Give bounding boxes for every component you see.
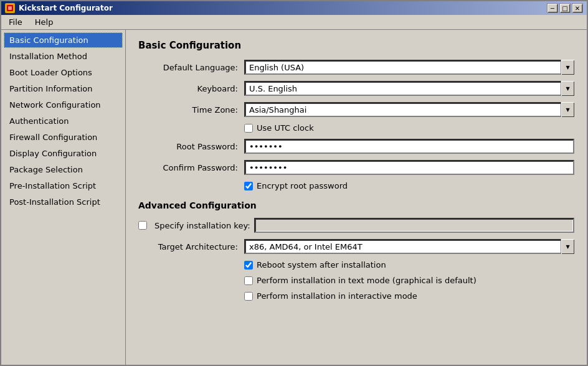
sidebar-item-basic-configuration[interactable]: Basic Configuration — [4, 32, 123, 48]
sidebar-item-installation-method[interactable]: Installation Method — [4, 49, 123, 64]
timezone-wrapper: Asia/Shanghai ▼ — [244, 102, 574, 117]
utc-clock-row: Use UTC clock — [138, 123, 574, 133]
minimize-button[interactable]: − — [547, 3, 558, 13]
confirm-password-label: Confirm Password: — [138, 163, 244, 172]
basic-config-title: Basic Configuration — [138, 40, 574, 51]
title-bar-buttons: − □ ✕ — [547, 3, 583, 13]
menu-bar: File Help — [1, 15, 587, 30]
keyboard-wrapper: U.S. English ▼ — [244, 81, 574, 96]
app-icon — [5, 3, 15, 13]
sidebar-item-boot-loader-options[interactable]: Boot Loader Options — [4, 65, 123, 80]
target-arch-wrapper: x86, AMD64, or Intel EM64T ▼ — [244, 239, 574, 254]
specify-key-row: Specify installation key: — [138, 218, 574, 233]
utc-clock-label[interactable]: Use UTC clock — [257, 123, 314, 133]
menu-file[interactable]: File — [4, 16, 27, 28]
sidebar-item-pre-installation-script[interactable]: Pre-Installation Script — [4, 178, 123, 194]
target-arch-label: Target Architecture: — [138, 242, 244, 251]
specify-key-label: Specify installation key: — [154, 221, 254, 230]
timezone-row: Time Zone: Asia/Shanghai ▼ — [138, 102, 574, 117]
keyboard-row: Keyboard: U.S. English ▼ — [138, 81, 574, 96]
timezone-select[interactable]: Asia/Shanghai — [244, 102, 574, 117]
target-arch-row: Target Architecture: x86, AMD64, or Inte… — [138, 239, 574, 254]
svg-rect-1 — [8, 6, 12, 10]
maximize-button[interactable]: □ — [559, 3, 571, 13]
title-bar-left: Kickstart Configurator — [5, 3, 113, 13]
keyboard-label: Keyboard: — [138, 84, 244, 93]
root-password-row: Root Password: — [138, 139, 574, 154]
sidebar-item-network-configuration[interactable]: Network Configuration — [4, 97, 123, 113]
utc-clock-checkbox[interactable] — [244, 124, 253, 133]
confirm-password-input[interactable] — [244, 160, 574, 175]
default-language-row: Default Language: English (USA) ▼ — [138, 60, 574, 75]
root-password-label: Root Password: — [138, 142, 244, 151]
main-window: Kickstart Configurator − □ ✕ File Help B… — [0, 0, 588, 366]
window-title: Kickstart Configurator — [19, 4, 113, 12]
specify-key-input[interactable] — [254, 218, 574, 233]
root-password-input[interactable] — [244, 139, 574, 154]
content-area: Basic Configuration Default Language: En… — [126, 30, 587, 365]
main-content: Basic Configuration Installation Method … — [1, 30, 587, 365]
interactive-row: Perform installation in interactive mode — [138, 291, 574, 301]
sidebar-item-display-configuration[interactable]: Display Configuration — [4, 146, 123, 161]
encrypt-label[interactable]: Encrypt root password — [257, 181, 348, 190]
reboot-checkbox[interactable] — [244, 261, 253, 270]
encrypt-row: Encrypt root password — [138, 181, 574, 190]
interactive-checkbox[interactable] — [244, 292, 253, 301]
text-mode-row: Perform installation in text mode (graph… — [138, 276, 574, 285]
default-language-wrapper: English (USA) ▼ — [244, 60, 574, 75]
reboot-row: Reboot system after installation — [138, 260, 574, 270]
menu-help[interactable]: Help — [30, 16, 59, 28]
reboot-label[interactable]: Reboot system after installation — [257, 260, 386, 270]
default-language-label: Default Language: — [138, 63, 244, 72]
specify-key-checkbox[interactable] — [138, 221, 147, 230]
sidebar-item-firewall-configuration[interactable]: Firewall Configuration — [4, 129, 123, 145]
default-language-select[interactable]: English (USA) — [244, 60, 574, 75]
confirm-password-row: Confirm Password: — [138, 160, 574, 175]
target-arch-select[interactable]: x86, AMD64, or Intel EM64T — [244, 239, 574, 254]
text-mode-label[interactable]: Perform installation in text mode (graph… — [257, 276, 477, 285]
close-button[interactable]: ✕ — [572, 3, 583, 13]
sidebar-item-partition-information[interactable]: Partition Information — [4, 81, 123, 96]
sidebar-item-post-installation-script[interactable]: Post-Installation Script — [4, 194, 123, 210]
text-mode-checkbox[interactable] — [244, 276, 253, 285]
encrypt-checkbox[interactable] — [244, 182, 253, 190]
interactive-label[interactable]: Perform installation in interactive mode — [257, 291, 417, 301]
advanced-config-title: Advanced Configuration — [138, 200, 574, 210]
sidebar: Basic Configuration Installation Method … — [1, 30, 126, 365]
sidebar-item-authentication[interactable]: Authentication — [4, 113, 123, 129]
sidebar-item-package-selection[interactable]: Package Selection — [4, 162, 123, 177]
keyboard-select[interactable]: U.S. English — [244, 81, 574, 96]
title-bar: Kickstart Configurator − □ ✕ — [1, 1, 587, 15]
timezone-label: Time Zone: — [138, 105, 244, 115]
